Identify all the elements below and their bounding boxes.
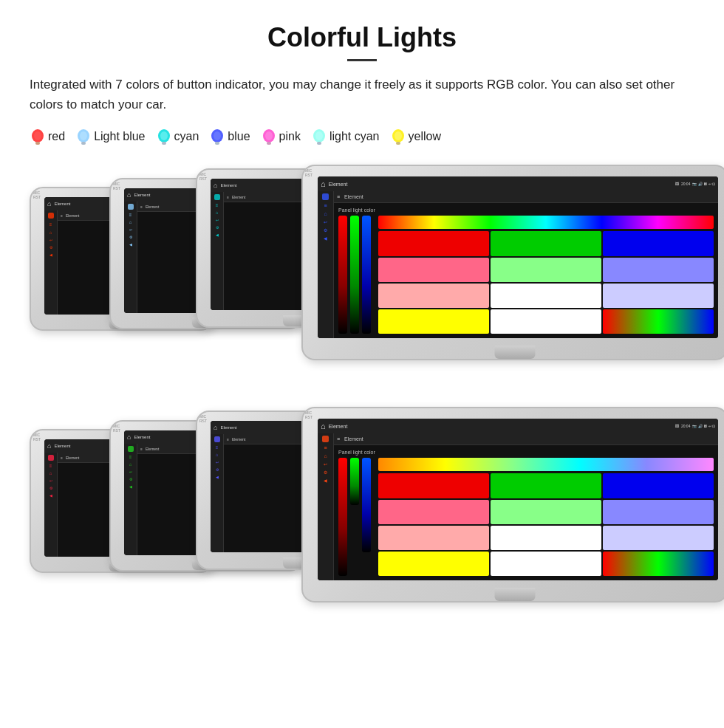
gb-10 (378, 552, 489, 576)
color-item-red: red (30, 126, 69, 147)
status-time-b4: 20:04 (681, 424, 691, 428)
color-item-blue: blue (209, 126, 254, 147)
screen-title-b2: Element (134, 435, 150, 439)
sidebar-menu-b3: ≡ (216, 445, 219, 450)
sidebar-t1: ≡ ⌂ ↩ ⚙ ◀ (44, 210, 58, 315)
sidebar-home-t1: ⌂ (49, 230, 52, 235)
svg-point-20 (395, 131, 402, 140)
screen-title-b4: Element (329, 424, 348, 429)
sidebar-b2: ≡ ⌂ ↩ ⚙ ◀ (124, 444, 137, 555)
device-bot-4: MICRST ⌂ Element 🖼 20:04 📷 🔊 🖥 ↩ ⊡ ≡ (301, 407, 724, 602)
sidebar-back-t4: ↩ (324, 219, 327, 224)
content-t4: Panel light color (334, 203, 718, 338)
colors-row: red Light blue cyan blue (30, 126, 694, 147)
svg-rect-16 (317, 142, 321, 145)
gc-12 (603, 309, 714, 334)
sidebar-vol-b3: ◀ (216, 475, 219, 479)
topbar-menu-t1: ≡ (61, 213, 63, 218)
sidebar-back-t1: ↩ (49, 238, 52, 242)
description: Integrated with 7 colors of button indic… (30, 75, 694, 114)
sidebar-back-t3: ↩ (216, 218, 219, 222)
device-top-4: MICRST ⌂ Element 🖼 20:04 📷 🔊 🖥 ↩ ⊡ ≡ (301, 165, 724, 360)
top-device-row: MICRST ⌂ Element ≡ ⌂ ↩ ⚙ ◀ (30, 165, 724, 394)
sidebar-home-b3: ⌂ (216, 453, 219, 457)
screen-title-t4: Element (329, 182, 348, 187)
screen-title-b3: Element (220, 425, 236, 430)
sidebar-home-b1: ⌂ (49, 471, 52, 475)
color-label-cyan: cyan (174, 130, 199, 143)
sidebar-power-t4 (322, 193, 329, 200)
sidebar-home-t2: ⌂ (129, 220, 132, 224)
sidebar-back-b4: ↩ (324, 461, 327, 467)
gc-11 (491, 309, 601, 334)
screen-title-t3: Element (220, 183, 236, 188)
topbar-menu-t3: ≡ (227, 195, 229, 199)
main-b4: ≡ Element Panel light color (334, 433, 718, 580)
mic-label-b4: MICRST (305, 411, 313, 419)
sidebar-settings-b2: ⚙ (129, 477, 132, 481)
sidebar-home-t4: ⌂ (324, 211, 327, 216)
svg-point-5 (80, 131, 87, 140)
sidebar-menu-t1: ≡ (49, 222, 52, 227)
mic-label-b2: MICRST (113, 424, 120, 433)
sidebar-power-b2 (128, 446, 134, 452)
color-label-yellow: yellow (409, 130, 441, 143)
sidebar-menu-t4: ≡ (324, 203, 327, 208)
sidebar-home-t3: ⌂ (216, 210, 219, 215)
status-icons-t4: 📷 🔊 🖥 ↩ ⊡ (692, 182, 715, 186)
panel-label-t4: Panel light color (338, 207, 714, 213)
color-grid-t4 (378, 216, 714, 334)
grid-t4 (378, 231, 714, 334)
color-label-red: red (48, 130, 65, 143)
gc-5 (491, 258, 601, 282)
gb-1 (378, 473, 489, 498)
color-grid-b4 (378, 458, 714, 576)
svg-point-11 (214, 131, 221, 140)
sidebar-menu-b2: ≡ (129, 455, 132, 459)
sidebar-menu-t2: ≡ (129, 213, 132, 217)
bar-red-b4 (338, 458, 347, 576)
color-item-pink: pink (261, 126, 305, 147)
color-label-blue: blue (228, 130, 250, 143)
mic-label-t1: MICRST (33, 190, 41, 199)
svg-point-14 (265, 131, 273, 140)
topbar-title-t2: Element (146, 205, 159, 209)
gb-3 (603, 473, 714, 498)
gb-11 (491, 552, 601, 576)
status-time-t4: 20:04 (681, 182, 691, 186)
color-label-pink: pink (279, 130, 301, 143)
topbar-title-b4: Element (344, 436, 363, 442)
color-bars-t4 (338, 216, 371, 334)
sidebar-settings-b4: ⚙ (324, 470, 327, 475)
home-icon-b3: ⌂ (214, 424, 217, 431)
gc-8 (491, 284, 601, 308)
screen-body-t4: ≡ ⌂ ↩ ⚙ ◀ ≡ Element (318, 191, 718, 338)
sidebar-t3: ≡ ⌂ ↩ ⚙ ◀ (211, 192, 224, 310)
screen-header-t4: ⌂ Element 🖼 20:04 📷 🔊 🖥 ↩ ⊡ (318, 176, 718, 191)
topbar-title-b3: Element (232, 437, 245, 442)
topbar-title-t1: Element (66, 213, 79, 218)
sidebar-settings-b3: ⚙ (216, 467, 219, 472)
stand-t4 (495, 346, 536, 359)
svg-point-17 (315, 131, 323, 140)
sidebar-t4: ≡ ⌂ ↩ ⚙ ◀ (318, 191, 334, 338)
sidebar-back-b3: ↩ (216, 460, 219, 464)
sidebar-vol-b2: ◀ (129, 484, 132, 489)
gc-7 (378, 284, 489, 308)
svg-rect-13 (267, 142, 271, 145)
sidebar-settings-b1: ⚙ (49, 486, 52, 490)
status-bar-t4: 🖼 20:04 📷 🔊 🖥 ↩ ⊡ (675, 182, 715, 186)
panel-content-t4 (338, 216, 714, 334)
screen-b4: ⌂ Element 🖼 20:04 📷 🔊 🖥 ↩ ⊡ ≡ ⌂ ↩ ⚙ (318, 419, 718, 580)
status-icon-t4: 🖼 (675, 182, 679, 186)
svg-rect-7 (162, 142, 166, 145)
sidebar-home-b4: ⌂ (324, 453, 327, 459)
main-t4: ≡ Element Panel light color (334, 191, 718, 338)
panel-label-b4: Panel light color (338, 450, 714, 455)
screen-t4: ⌂ Element 🖼 20:04 📷 🔊 🖥 ↩ ⊡ ≡ ⌂ ↩ ⚙ (318, 176, 718, 338)
gb-9 (603, 526, 714, 550)
topbar-title-b1: Element (66, 456, 79, 460)
sidebar-vol-t3: ◀ (216, 233, 219, 237)
bulb-icon-red (30, 126, 46, 147)
bulb-icon-lightblue (75, 126, 92, 147)
